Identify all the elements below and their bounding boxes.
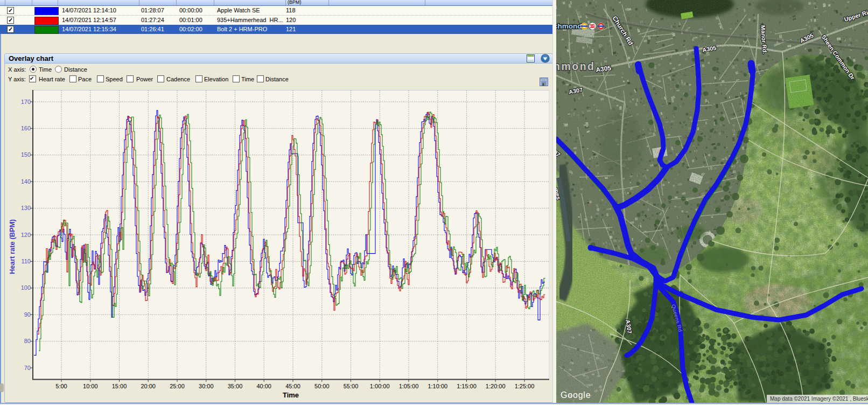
svg-text:70: 70 [24,365,31,371]
svg-text:1:10:00: 1:10:00 [428,383,447,389]
svg-text:90: 90 [24,311,31,318]
svg-text:55:00: 55:00 [344,383,359,389]
svg-text:1:00:00: 1:00:00 [370,383,390,389]
svg-text:140: 140 [21,178,31,185]
svg-text:1:25:00: 1:25:00 [515,383,535,389]
svg-text:25:00: 25:00 [170,383,185,389]
svg-text:15:00: 15:00 [112,383,127,389]
svg-text:110: 110 [21,258,31,264]
svg-text:150: 150 [21,151,31,158]
svg-text:50:00: 50:00 [314,383,330,389]
svg-text:45:00: 45:00 [285,383,300,389]
svg-text:chmond: chmond [556,22,582,30]
svg-text:Time: Time [283,391,299,399]
svg-text:160: 160 [21,125,31,131]
svg-text:30:00: 30:00 [199,383,214,389]
svg-text:120: 120 [21,232,31,238]
svg-text:40:00: 40:00 [256,383,271,389]
svg-text:80: 80 [24,338,31,344]
svg-text:130: 130 [21,205,31,211]
svg-text:10:00: 10:00 [83,383,98,389]
svg-text:35:00: 35:00 [228,383,243,389]
svg-text:1:15:00: 1:15:00 [457,383,477,389]
svg-text:170: 170 [21,99,31,105]
svg-text:Heart rate (BPM): Heart rate (BPM) [8,219,16,274]
svg-text:hmond: hmond [556,60,595,72]
svg-text:100: 100 [21,284,31,291]
svg-text:1:20:00: 1:20:00 [486,383,506,389]
svg-text:Google: Google [561,390,591,400]
svg-text:1:05:00: 1:05:00 [399,383,419,389]
svg-text:Map data ©2021 Imagery ©2021 ,: Map data ©2021 Imagery ©2021 , Bluesky [770,396,868,402]
svg-text:5:00: 5:00 [55,383,67,389]
svg-text:20:00: 20:00 [141,383,156,389]
